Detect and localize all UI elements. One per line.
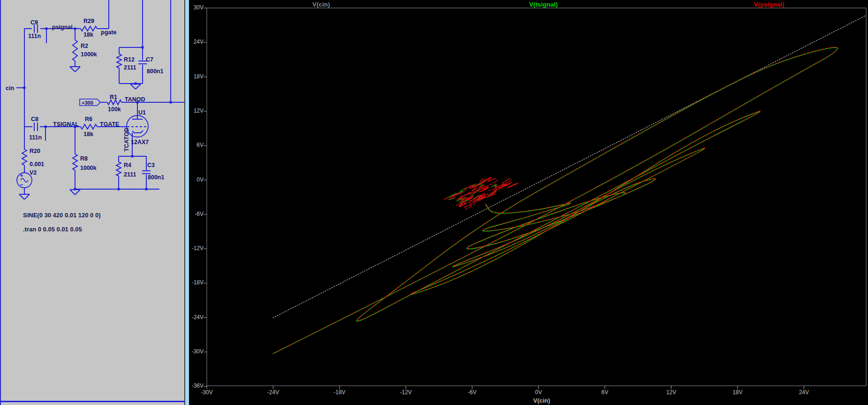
junction-dot [145, 188, 148, 191]
junction-dot [131, 155, 134, 158]
schematic-canvas[interactable]: C9111npsignalR2918kpgateR21000kR122111C7… [1, 0, 185, 405]
resistor-R8 [73, 154, 77, 170]
schematic-label: 1000k [80, 165, 97, 171]
noise-blob-stroke [466, 208, 468, 210]
schematic-label: pgate [101, 29, 116, 36]
legend-vtsignal[interactable]: V(tsignal) [529, 1, 558, 8]
schematic-label: C9 [30, 19, 38, 26]
schematic-pane[interactable]: C9111npsignalR2918kpgateR21000kR122111C7… [0, 0, 184, 405]
schematic-label: TGATE [100, 121, 119, 128]
resistor-R2 [73, 40, 77, 61]
waveform-pane[interactable]: V(cin) V(tsignal) V(psignal) V(cin) 30V2… [189, 0, 868, 405]
schematic-label: 12AX7 [131, 139, 149, 145]
noise-blob-stroke [464, 206, 466, 208]
noise-blob-stroke [473, 202, 476, 205]
junction-dot [45, 28, 48, 30]
x-tick-label: -18V [325, 389, 354, 396]
schematic-label: 2111 [124, 171, 136, 178]
y-tick-label: 30V [182, 4, 204, 11]
wire [24, 194, 30, 199]
junction-dot [23, 87, 26, 89]
resistor-R29 [81, 26, 97, 31]
noise-blob-stroke [490, 184, 492, 185]
y-tick-label: -30V [182, 348, 204, 355]
y-tick-label: 12V [182, 107, 204, 114]
spice-directive: SINE(0 30 420 0.01 120 0 0) [23, 212, 101, 219]
y-tick-label: -24V [182, 314, 204, 321]
wire [70, 190, 75, 195]
schematic-label: cin [6, 85, 14, 92]
junction-dot [74, 28, 76, 30]
resistor-R20 [22, 149, 27, 165]
spice-directive: .tran 0 0.05 0.01 0.05 [23, 226, 82, 233]
schematic-label: 1000k [81, 51, 97, 58]
sine-glyph [21, 178, 28, 182]
wire [19, 194, 24, 199]
junction-dot [118, 188, 120, 191]
schematic-label: R12 [124, 56, 135, 63]
schematic-label: 800n1 [148, 174, 164, 181]
x-tick-label: 18V [724, 389, 752, 396]
pane-splitter[interactable] [184, 0, 189, 405]
schematic-label: 100k [108, 106, 121, 113]
schematic-label: R20 [30, 148, 40, 154]
schematic-label: R8 [80, 155, 88, 162]
noise-blob-stroke [477, 180, 485, 185]
y-tick-label: 24V [182, 38, 204, 45]
noise-blob-stroke [469, 206, 471, 208]
junction-dot [135, 83, 137, 85]
schematic-label: 2111 [124, 64, 136, 71]
legend-vpsignal[interactable]: V(psignal) [754, 1, 785, 8]
schematic-label: +300 [82, 100, 93, 106]
x-tick-label: -24V [259, 389, 287, 396]
noise-blob-stroke [494, 180, 498, 183]
x-tick-label: 6V [591, 389, 619, 396]
noise-blob-stroke [489, 190, 491, 191]
resistor-R6 [81, 124, 97, 129]
y-tick-label: 0V [182, 176, 204, 183]
schematic-label: C8 [31, 116, 38, 122]
noise-blob-stroke [444, 198, 448, 199]
trace-vpsignal [273, 47, 838, 353]
x-tick-label: -6V [458, 389, 486, 396]
y-tick-label: -12V [182, 245, 204, 252]
schematic-label: 18k [83, 131, 93, 138]
waveform-canvas[interactable] [189, 0, 868, 405]
schematic-label: R6 [85, 116, 92, 122]
schematic-label: R29 [83, 18, 94, 24]
noise-blob-stroke [486, 185, 489, 187]
tube-cathode [132, 130, 143, 133]
plot-border [207, 8, 866, 386]
schematic-label: U1 [138, 109, 146, 116]
junction-dot [74, 188, 76, 191]
wire [136, 84, 141, 89]
noise-blob-stroke [463, 185, 473, 189]
wire [70, 67, 75, 72]
y-tick-label: 18V [182, 73, 204, 80]
noise-blob-stroke [451, 192, 460, 197]
y-tick-label: -6V [182, 211, 204, 217]
y-tick-label: -18V [182, 279, 204, 286]
schematic-label: TSIGNAL [53, 121, 79, 128]
x-tick-label: -12V [392, 389, 420, 396]
window-bottom-border [0, 401, 185, 402]
noise-blob-stroke [502, 178, 510, 183]
resistor-R4 [116, 162, 121, 176]
noise-blob-stroke [509, 183, 519, 188]
wire [130, 84, 136, 89]
schematic-label: R2 [81, 43, 88, 49]
y-tick-label: -36V [182, 382, 204, 389]
wire [75, 67, 80, 72]
noise-blob-stroke [464, 192, 470, 196]
trace-vcin [273, 15, 866, 318]
x-tick-label: 0V [524, 389, 552, 396]
x-tick-label: 12V [657, 389, 685, 396]
schematic-label: 111n [28, 33, 41, 39]
x-axis-title: V(cin) [533, 397, 550, 404]
legend-vcin[interactable]: V(cin) [312, 1, 330, 8]
schematic-label: R1 [110, 94, 117, 100]
schematic-label: 800n1 [147, 68, 163, 75]
trace-vtsignal [273, 47, 838, 353]
schematic-label: 18k [83, 31, 93, 38]
schematic-label: TANOD [125, 96, 145, 103]
